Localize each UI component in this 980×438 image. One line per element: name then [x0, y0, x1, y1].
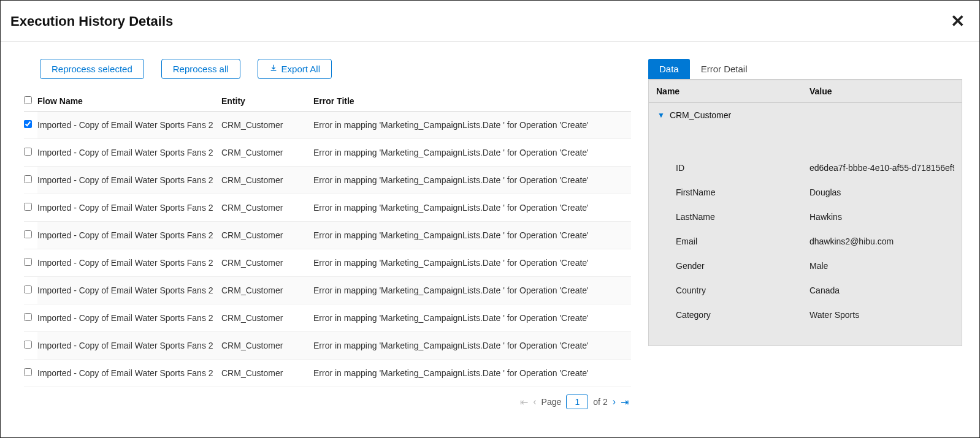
cell-entity: CRM_Customer [221, 111, 313, 139]
detail-row: CountryCanada [676, 278, 954, 303]
row-checkbox[interactable] [24, 341, 32, 349]
cell-error-title: Error in mapping 'Marketing_CampaignList… [313, 111, 631, 139]
page-input[interactable] [566, 395, 588, 409]
cell-entity: CRM_Customer [221, 249, 313, 277]
cell-flow-name: Imported - Copy of Email Water Sports Fa… [37, 111, 221, 139]
row-checkbox[interactable] [24, 368, 32, 376]
button-label: Reprocess all [173, 64, 229, 74]
caret-down-icon: ▼ [657, 111, 665, 119]
cell-entity: CRM_Customer [221, 194, 313, 222]
row-checkbox[interactable] [24, 148, 32, 156]
detail-row: GenderMale [676, 254, 954, 278]
cell-entity: CRM_Customer [221, 304, 313, 332]
select-all-checkbox[interactable] [24, 96, 32, 104]
detail-field-value: Water Sports [810, 310, 954, 320]
detail-column-value: Value [810, 86, 954, 96]
button-label: Export All [281, 64, 320, 74]
export-all-button[interactable]: Export All [258, 59, 332, 79]
detail-field-value: Hawkins [810, 212, 954, 222]
detail-field-name: Email [676, 236, 810, 246]
table-row[interactable]: Imported - Copy of Email Water Sports Fa… [24, 277, 631, 304]
cell-entity: CRM_Customer [221, 360, 313, 387]
detail-field-value: Male [810, 261, 954, 271]
cell-entity: CRM_Customer [221, 332, 313, 360]
detail-field-name: ID [676, 163, 810, 173]
first-page-icon[interactable]: ⇤ [520, 396, 528, 408]
table-row[interactable]: Imported - Copy of Email Water Sports Fa… [24, 304, 631, 332]
row-checkbox[interactable] [24, 258, 32, 266]
cell-error-title: Error in mapping 'Marketing_CampaignList… [313, 277, 631, 304]
detail-row: FirstNameDouglas [676, 180, 954, 205]
right-panel: Data Error Detail Name Value ▼ CRM_Custo… [648, 42, 979, 437]
prev-page-icon[interactable]: ‹ [533, 396, 536, 407]
next-page-icon[interactable]: › [613, 396, 616, 407]
cell-flow-name: Imported - Copy of Email Water Sports Fa… [37, 139, 221, 167]
last-page-icon[interactable]: ⇥ [621, 396, 629, 408]
row-checkbox[interactable] [24, 175, 32, 183]
toolbar: Reprocess selected Reprocess all Export … [24, 59, 631, 79]
tab-error-detail[interactable]: Error Detail [690, 59, 759, 79]
table-row[interactable]: Imported - Copy of Email Water Sports Fa… [24, 139, 631, 167]
download-icon [269, 64, 278, 74]
cell-error-title: Error in mapping 'Marketing_CampaignList… [313, 194, 631, 222]
button-label: Reprocess selected [52, 64, 132, 74]
errors-table: Flow Name Entity Error Title Imported - … [24, 91, 631, 387]
cell-flow-name: Imported - Copy of Email Water Sports Fa… [37, 277, 221, 304]
cell-flow-name: Imported - Copy of Email Water Sports Fa… [37, 360, 221, 387]
cell-error-title: Error in mapping 'Marketing_CampaignList… [313, 249, 631, 277]
detail-column-name: Name [656, 86, 810, 96]
detail-field-name: Gender [676, 261, 810, 271]
cell-entity: CRM_Customer [221, 139, 313, 167]
cell-error-title: Error in mapping 'Marketing_CampaignList… [313, 167, 631, 194]
modal-title: Execution History Details [10, 13, 173, 29]
modal-header: Execution History Details ✕ [1, 1, 979, 42]
table-row[interactable]: Imported - Copy of Email Water Sports Fa… [24, 249, 631, 277]
close-icon[interactable]: ✕ [948, 13, 967, 30]
cell-flow-name: Imported - Copy of Email Water Sports Fa… [37, 194, 221, 222]
table-row[interactable]: Imported - Copy of Email Water Sports Fa… [24, 360, 631, 387]
row-checkbox[interactable] [24, 285, 32, 293]
row-checkbox[interactable] [24, 230, 32, 238]
cell-error-title: Error in mapping 'Marketing_CampaignList… [313, 332, 631, 360]
tree-root-row[interactable]: ▼ CRM_Customer [649, 103, 962, 125]
cell-flow-name: Imported - Copy of Email Water Sports Fa… [37, 249, 221, 277]
tab-data[interactable]: Data [648, 59, 690, 79]
detail-field-value: ed6dea7f-bbbe-4e10-af55-d718156ef969 [810, 163, 954, 173]
detail-row: Emaildhawkins2@hibu.com [676, 229, 954, 254]
tab-label: Data [659, 64, 679, 74]
cell-flow-name: Imported - Copy of Email Water Sports Fa… [37, 222, 221, 249]
table-row[interactable]: Imported - Copy of Email Water Sports Fa… [24, 194, 631, 222]
row-checkbox[interactable] [24, 313, 32, 321]
row-checkbox[interactable] [24, 203, 32, 211]
reprocess-all-button[interactable]: Reprocess all [161, 59, 240, 79]
detail-row: LastNameHawkins [676, 205, 954, 229]
detail-row: CategoryWater Sports [676, 303, 954, 327]
reprocess-selected-button[interactable]: Reprocess selected [40, 59, 144, 79]
page-of-label: of 2 [593, 397, 607, 407]
table-row[interactable]: Imported - Copy of Email Water Sports Fa… [24, 111, 631, 139]
row-checkbox[interactable] [24, 120, 32, 128]
detail-field-name: Category [676, 310, 810, 320]
detail-header: Name Value [649, 80, 962, 103]
cell-flow-name: Imported - Copy of Email Water Sports Fa… [37, 332, 221, 360]
column-header-error-title[interactable]: Error Title [313, 91, 631, 111]
column-header-entity[interactable]: Entity [221, 91, 313, 111]
tree-root-label: CRM_Customer [670, 110, 731, 120]
detail-field-name: FirstName [676, 187, 810, 197]
pagination: ⇤ ‹ Page of 2 › ⇥ [24, 387, 631, 418]
detail-field-value: dhawkins2@hibu.com [810, 236, 954, 246]
detail-field-name: LastName [676, 212, 810, 222]
table-row[interactable]: Imported - Copy of Email Water Sports Fa… [24, 332, 631, 360]
modal-body: Reprocess selected Reprocess all Export … [1, 42, 979, 437]
tabs: Data Error Detail [648, 59, 962, 80]
table-header-row: Flow Name Entity Error Title [24, 91, 631, 111]
cell-error-title: Error in mapping 'Marketing_CampaignList… [313, 222, 631, 249]
detail-row: IDed6dea7f-bbbe-4e10-af55-d718156ef969 [676, 156, 954, 180]
table-row[interactable]: Imported - Copy of Email Water Sports Fa… [24, 167, 631, 194]
cell-entity: CRM_Customer [221, 277, 313, 304]
column-header-flow-name[interactable]: Flow Name [37, 91, 221, 111]
table-row[interactable]: Imported - Copy of Email Water Sports Fa… [24, 222, 631, 249]
cell-error-title: Error in mapping 'Marketing_CampaignList… [313, 304, 631, 332]
detail-field-name: Country [676, 285, 810, 295]
detail-grid: Name Value ▼ CRM_Customer IDed6dea7f-bbb… [648, 80, 962, 346]
